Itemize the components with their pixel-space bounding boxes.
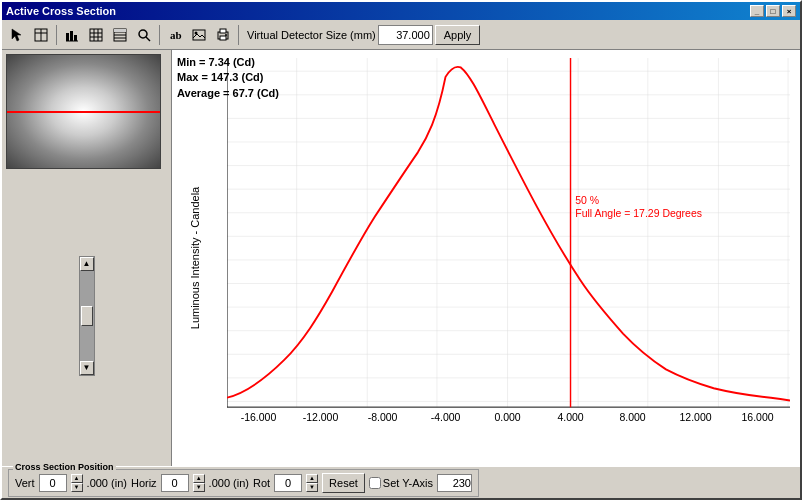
cross-section-position-label: Cross Section Position — [13, 462, 116, 472]
toolbar-separator-2 — [159, 25, 160, 45]
cursor-icon[interactable] — [6, 24, 28, 46]
svg-text:-12.000: -12.000 — [303, 412, 339, 423]
set-y-axis-checkbox[interactable] — [369, 477, 381, 489]
rot-label: Rot — [253, 477, 270, 489]
close-button[interactable]: × — [782, 5, 796, 17]
horiz-unit: .000 (in) — [209, 477, 249, 489]
vert-unit: .000 (in) — [87, 477, 127, 489]
reset-button[interactable]: Reset — [322, 473, 365, 493]
svg-text:-8.000: -8.000 — [368, 412, 398, 423]
stat-min: Min = 7.34 (Cd) — [177, 55, 279, 70]
svg-line-18 — [146, 37, 150, 41]
vertical-scrollbar: ▲ ▼ — [79, 256, 95, 376]
svg-rect-4 — [70, 31, 73, 41]
horiz-value-input[interactable] — [161, 474, 189, 492]
image-icon[interactable] — [188, 24, 210, 46]
toolbar-separator-3 — [238, 25, 239, 45]
svg-rect-16 — [114, 29, 126, 32]
title-bar-buttons: _ □ × — [750, 5, 796, 17]
scroll-thumb[interactable] — [81, 306, 93, 326]
detector-size-input[interactable] — [378, 25, 433, 45]
chart-stats: Min = 7.34 (Cd) Max = 147.3 (Cd) Average… — [177, 55, 279, 101]
stat-average: Average = 67.7 (Cd) — [177, 86, 279, 101]
print-icon[interactable] — [212, 24, 234, 46]
rot-down-button[interactable]: ▼ — [306, 483, 318, 492]
vert-spinner: ▲ ▼ — [71, 474, 83, 492]
toolbar: ab Virtual Detector Size (mm) Apply — [2, 20, 800, 50]
stat-max: Max = 147.3 (Cd) — [177, 70, 279, 85]
svg-rect-24 — [220, 36, 226, 40]
minimize-button[interactable]: _ — [750, 5, 764, 17]
chart-svg: 0.00 10.00 20.00 30.00 40.00 50.00 60.00… — [227, 58, 790, 426]
svg-text:4.000: 4.000 — [557, 412, 583, 423]
svg-text:-16.000: -16.000 — [241, 412, 277, 423]
bar-chart-icon[interactable] — [61, 24, 83, 46]
apply-button[interactable]: Apply — [435, 25, 481, 45]
cross-section-line — [7, 111, 160, 113]
svg-point-25 — [225, 34, 227, 36]
main-window: Active Cross Section _ □ × — [0, 0, 802, 500]
svg-text:50 %: 50 % — [575, 195, 599, 206]
scroll-up-button[interactable]: ▲ — [80, 257, 94, 271]
vert-label: Vert — [15, 477, 35, 489]
rot-up-button[interactable]: ▲ — [306, 474, 318, 483]
title-bar: Active Cross Section _ □ × — [2, 2, 800, 20]
chart-area: Min = 7.34 (Cd) Max = 147.3 (Cd) Average… — [172, 50, 800, 466]
svg-rect-23 — [220, 29, 226, 33]
set-y-axis-label: Set Y-Axis — [369, 477, 433, 489]
table3-icon[interactable] — [109, 24, 131, 46]
rot-value-input[interactable] — [274, 474, 302, 492]
scroll-track — [80, 271, 94, 361]
horiz-spinner: ▲ ▼ — [193, 474, 205, 492]
toolbar-separator-1 — [56, 25, 57, 45]
virtual-detector-label: Virtual Detector Size (mm) — [247, 29, 376, 41]
svg-rect-3 — [66, 33, 69, 41]
main-content: ▲ ▼ Min = 7.34 (Cd) Max = 147.3 (Cd) Ave… — [2, 50, 800, 466]
left-panel: ▲ ▼ — [2, 50, 172, 466]
y-axis-label: Luminous Intensity - Candela — [189, 187, 201, 329]
svg-rect-7 — [90, 29, 102, 41]
svg-text:12.000: 12.000 — [679, 412, 711, 423]
svg-text:-4.000: -4.000 — [431, 412, 461, 423]
horiz-down-button[interactable]: ▼ — [193, 483, 205, 492]
horiz-up-button[interactable]: ▲ — [193, 474, 205, 483]
rot-spinner: ▲ ▼ — [306, 474, 318, 492]
svg-text:16.000: 16.000 — [742, 412, 774, 423]
svg-rect-20 — [193, 30, 205, 40]
vert-down-button[interactable]: ▼ — [71, 483, 83, 492]
scroll-down-button[interactable]: ▼ — [80, 361, 94, 375]
magnify-icon[interactable] — [133, 24, 155, 46]
svg-text:ab: ab — [170, 29, 182, 41]
maximize-button[interactable]: □ — [766, 5, 780, 17]
left-scroll-area: ▲ ▼ — [6, 169, 167, 462]
preview-image — [6, 54, 161, 169]
text-icon[interactable]: ab — [164, 24, 186, 46]
svg-text:Degrees: Degrees — [487, 425, 531, 426]
svg-rect-5 — [74, 35, 77, 41]
bottom-bar: Cross Section Position Vert ▲ ▼ .000 (in… — [2, 466, 800, 498]
svg-text:Full Angle = 17.29 Degrees: Full Angle = 17.29 Degrees — [575, 208, 702, 219]
window-title: Active Cross Section — [6, 5, 116, 17]
set-y-axis-text: Set Y-Axis — [383, 477, 433, 489]
svg-point-17 — [139, 30, 147, 38]
svg-text:0.000: 0.000 — [494, 412, 520, 423]
horiz-label: Horiz — [131, 477, 157, 489]
y-axis-value-input[interactable] — [437, 474, 472, 492]
table-icon[interactable] — [30, 24, 52, 46]
vert-value-input[interactable] — [39, 474, 67, 492]
vert-up-button[interactable]: ▲ — [71, 474, 83, 483]
table2-icon[interactable] — [85, 24, 107, 46]
svg-text:8.000: 8.000 — [619, 412, 645, 423]
